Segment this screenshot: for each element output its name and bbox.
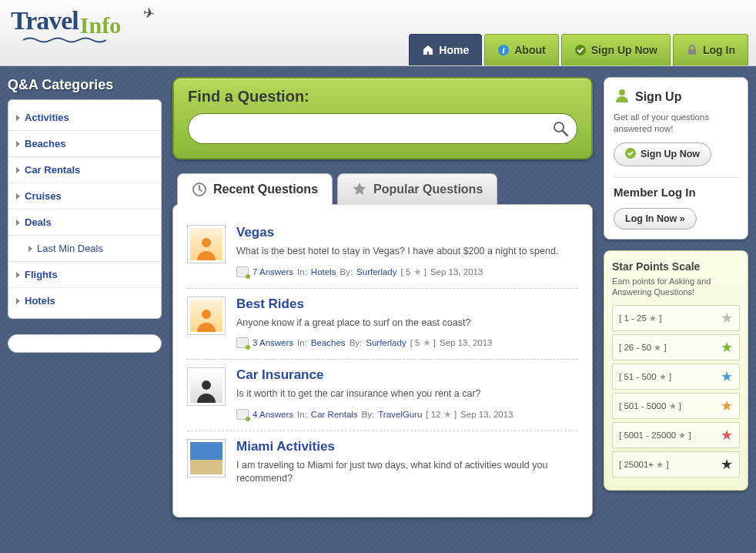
question-item: Best RidesAnyone know if a great place t… <box>187 289 578 360</box>
scale-range: [ 501 - 5000 ★ ] <box>619 401 681 411</box>
scale-subtitle: Earn points for Asking and Answering Que… <box>612 276 740 298</box>
answers-link[interactable]: 4 Answers <box>253 410 293 419</box>
svg-rect-3 <box>688 49 696 55</box>
star-icon <box>352 182 367 197</box>
avatar[interactable] <box>187 297 226 335</box>
nav-label: Home <box>439 44 469 56</box>
scale-range: [ 51 - 500 ★ ] <box>619 372 671 382</box>
question-excerpt: Is it worth it to get the car insurance … <box>236 387 578 401</box>
clock-icon <box>192 182 207 197</box>
star-icon: ★ <box>721 368 733 385</box>
svg-point-7 <box>202 238 211 247</box>
question-title-link[interactable]: Vegas <box>236 225 578 240</box>
category-car-rentals[interactable]: Car Rentals <box>8 157 161 183</box>
author-link[interactable]: TravelGuru <box>378 410 422 419</box>
category-label: Flights <box>25 269 58 280</box>
answers-link[interactable]: 3 Answers <box>253 338 293 347</box>
divider <box>614 177 738 178</box>
star-icon: ★ <box>721 427 733 444</box>
question-title-link[interactable]: Car Insurance <box>236 367 578 383</box>
question-title-link[interactable]: Best Rides <box>236 297 578 312</box>
scale-row: [ 25001+ ★ ]★ <box>612 451 740 478</box>
tab-label: Recent Questions <box>213 183 318 196</box>
search-input[interactable] <box>188 113 577 144</box>
lock-icon <box>686 44 698 56</box>
nav-sign-up-now[interactable]: Sign Up Now <box>561 34 671 65</box>
scale-range: [ 25001+ ★ ] <box>619 460 669 470</box>
nav-log-in[interactable]: Log In <box>673 34 748 65</box>
right-sidebar: Sign Up Get all of your questions answer… <box>604 77 748 542</box>
scale-row: [ 51 - 500 ★ ]★ <box>612 364 740 390</box>
nav-about[interactable]: iAbout <box>484 34 558 65</box>
plane-icon: ✈ <box>142 4 156 22</box>
chevron-right-icon <box>16 115 20 121</box>
star-icon: ★ <box>721 339 733 356</box>
category-link[interactable]: Hotels <box>311 267 336 276</box>
category-deals[interactable]: Deals <box>8 209 161 236</box>
answers-link[interactable]: 7 Answers <box>253 267 293 276</box>
logo[interactable]: Travel Info ✈ <box>11 6 121 35</box>
chevron-right-icon <box>16 167 20 173</box>
question-meta: 3 Answers In: Beaches By: Surferlady [ 5… <box>236 337 578 348</box>
category-cruises[interactable]: Cruises <box>8 183 161 209</box>
logo-text-2: Info <box>80 12 121 39</box>
star-icon: ★ <box>721 397 733 414</box>
question-item: VegasWhat is the best hotel to stay in V… <box>187 217 578 289</box>
question-item: Miami ActivitiesI am traveling to Miami … <box>187 431 578 504</box>
chevron-right-icon <box>16 220 20 226</box>
question-title-link[interactable]: Miami Activities <box>236 439 578 454</box>
svg-line-5 <box>563 131 567 136</box>
category-last-min-deals[interactable]: Last Min Deals <box>8 236 161 262</box>
question-item: Car InsuranceIs it worth it to get the c… <box>187 360 578 431</box>
signup-title: Sign Up <box>614 87 738 107</box>
scale-title: Star Points Scale <box>612 260 740 273</box>
categories-title: Q&A Categories <box>8 77 162 93</box>
category-hotels[interactable]: Hotels <box>8 288 161 313</box>
avatar[interactable] <box>187 439 226 478</box>
category-beaches[interactable]: Beaches <box>8 131 161 157</box>
search-icon[interactable] <box>551 119 570 138</box>
left-sidebar: Q&A Categories ActivitiesBeachesCar Rent… <box>8 77 162 542</box>
chevron-right-icon <box>28 246 32 252</box>
login-button[interactable]: Log In Now » <box>614 208 697 230</box>
tab-recent-questions[interactable]: Recent Questions <box>177 173 333 205</box>
tab-popular-questions[interactable]: Popular Questions <box>337 173 497 205</box>
empty-pill-box <box>8 334 162 353</box>
chevron-right-icon <box>16 272 20 278</box>
check-icon <box>625 148 636 161</box>
nav-label: About <box>514 44 545 56</box>
category-label: Activities <box>25 112 69 123</box>
signup-subtitle: Get all of your questions answered now! <box>614 112 738 135</box>
svg-point-8 <box>202 310 211 319</box>
star-points-widget: Star Points Scale Earn points for Asking… <box>604 250 748 491</box>
category-label: Last Min Deals <box>37 243 103 254</box>
wave-decoration <box>23 37 106 42</box>
question-excerpt: I am traveling to Miami for just two day… <box>236 459 578 486</box>
category-link[interactable]: Car Rentals <box>311 410 358 419</box>
info-icon: i <box>497 44 510 56</box>
author-link[interactable]: Surferlady <box>366 338 406 347</box>
login-title: Member Log In <box>614 186 738 199</box>
nav-home[interactable]: Home <box>409 34 482 65</box>
category-flights[interactable]: Flights <box>8 262 161 288</box>
author-link[interactable]: Surferlady <box>356 267 396 276</box>
nav-label: Log In <box>703 44 735 56</box>
category-link[interactable]: Beaches <box>311 338 346 347</box>
question-excerpt: Anyone know if a great place to surf on … <box>236 317 578 330</box>
category-label: Cruises <box>25 190 62 202</box>
find-question-title: Find a Question: <box>188 88 577 106</box>
category-label: Hotels <box>25 295 55 307</box>
logo-text-1: Travel <box>11 6 79 35</box>
user-icon <box>614 87 631 107</box>
category-label: Beaches <box>25 138 65 149</box>
nav-label: Sign Up Now <box>591 44 657 56</box>
avatar[interactable] <box>187 367 226 406</box>
svg-point-9 <box>202 380 211 390</box>
signup-button[interactable]: Sign Up Now <box>614 142 711 166</box>
avatar[interactable] <box>187 225 226 263</box>
scale-row: [ 501 - 5000 ★ ]★ <box>612 393 740 419</box>
center-column: Find a Question: Recent Questions <box>172 77 593 542</box>
check-icon <box>574 44 587 56</box>
category-label: Car Rentals <box>25 164 80 176</box>
category-activities[interactable]: Activities <box>8 105 161 131</box>
